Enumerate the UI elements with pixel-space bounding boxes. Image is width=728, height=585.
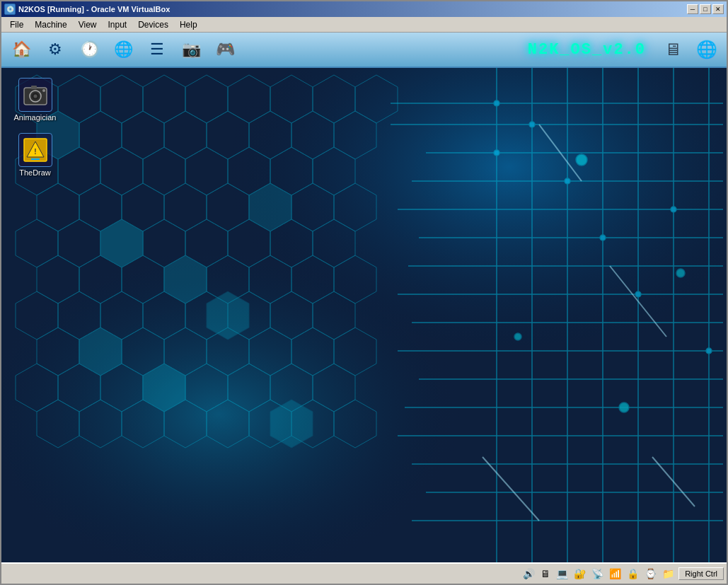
menu-input[interactable]: Input bbox=[103, 18, 133, 31]
tray-icon-3[interactable]: 💻 bbox=[555, 567, 570, 581]
tray-icon-7[interactable]: 🔒 bbox=[625, 567, 640, 581]
animagician-icon[interactable]: Animagician bbox=[8, 75, 62, 124]
menu-view[interactable]: View bbox=[73, 18, 103, 31]
close-button[interactable]: ✕ bbox=[712, 4, 724, 14]
svg-rect-2 bbox=[1, 68, 727, 562]
svg-point-134 bbox=[33, 95, 37, 98]
tray-icon-8[interactable]: ⌚ bbox=[643, 567, 658, 581]
svg-point-34 bbox=[576, 154, 587, 166]
svg-point-33 bbox=[706, 348, 712, 354]
screenshot-button[interactable]: 📷 bbox=[177, 35, 205, 64]
right-ctrl-button[interactable]: Right Ctrl bbox=[678, 567, 724, 580]
globe-button[interactable]: 🌐 bbox=[109, 35, 137, 64]
svg-text:!: ! bbox=[34, 148, 36, 156]
minimize-button[interactable]: ─ bbox=[687, 4, 698, 14]
svg-point-36 bbox=[619, 402, 629, 412]
toolbar: 🏠 ⚙ 🕐 🌐 ☰ 📷 🎮 N2K_OS_v2.0 🖥 🌐 bbox=[1, 33, 727, 68]
titlebar-buttons: ─ □ ✕ bbox=[687, 4, 724, 14]
list-button[interactable]: ☰ bbox=[143, 35, 171, 64]
clock-button[interactable]: 🕐 bbox=[75, 35, 103, 64]
animagician-label: Animagician bbox=[14, 113, 57, 122]
home-button[interactable]: 🏠 bbox=[7, 35, 35, 64]
svg-point-26 bbox=[494, 100, 499, 106]
menubar: File Machine View Input Devices Help bbox=[1, 17, 727, 33]
virtualbox-window: 💿 N2KOS [Running] - Oracle VM VirtualBox… bbox=[0, 0, 728, 585]
taskbar: 🔊 🖥 💻 🔐 📡 📶 🔒 ⌚ 📁 Right Ctrl bbox=[1, 562, 727, 584]
svg-point-32 bbox=[671, 207, 676, 212]
menu-file[interactable]: File bbox=[4, 18, 29, 31]
svg-point-35 bbox=[676, 269, 685, 277]
menu-devices[interactable]: Devices bbox=[132, 18, 174, 31]
desktop: Animagician ! TheDraw bbox=[1, 68, 727, 562]
gamepad-button[interactable]: 🎮 bbox=[211, 35, 239, 64]
svg-point-136 bbox=[42, 89, 45, 92]
menu-machine[interactable]: Machine bbox=[29, 18, 72, 31]
svg-point-28 bbox=[529, 122, 535, 127]
os-title: N2K_OS_v2.0 bbox=[528, 41, 653, 59]
desktop-icon-area: Animagician ! TheDraw bbox=[8, 75, 62, 180]
titlebar: 💿 N2KOS [Running] - Oracle VM VirtualBox… bbox=[1, 1, 727, 17]
circuit-background bbox=[1, 68, 727, 562]
svg-point-27 bbox=[494, 150, 499, 156]
tray-icon-5[interactable]: 📡 bbox=[590, 567, 605, 581]
tray-icon-1[interactable]: 🔊 bbox=[521, 567, 536, 581]
sphere-button[interactable]: 🌐 bbox=[693, 35, 721, 64]
thedraw-label: TheDraw bbox=[19, 168, 51, 177]
svg-point-31 bbox=[635, 291, 641, 297]
animagician-icon-image bbox=[18, 78, 52, 112]
titlebar-title: N2KOS [Running] - Oracle VM VirtualBox bbox=[18, 5, 170, 13]
tray-icon-2[interactable]: 🖥 bbox=[539, 567, 552, 581]
svg-point-30 bbox=[600, 235, 606, 241]
monitor-button[interactable]: 🖥 bbox=[659, 35, 687, 64]
svg-rect-135 bbox=[31, 86, 37, 89]
thedraw-icon-image: ! bbox=[18, 133, 52, 167]
titlebar-app-icon: 💿 bbox=[4, 4, 16, 15]
svg-point-29 bbox=[565, 178, 570, 184]
thedraw-icon[interactable]: ! TheDraw bbox=[8, 130, 62, 180]
tray-icon-6[interactable]: 📶 bbox=[608, 567, 623, 581]
tray-icon-4[interactable]: 🔐 bbox=[572, 567, 587, 581]
restore-button[interactable]: □ bbox=[700, 4, 711, 14]
menu-help[interactable]: Help bbox=[174, 18, 203, 31]
titlebar-left: 💿 N2KOS [Running] - Oracle VM VirtualBox bbox=[4, 4, 170, 15]
settings-button[interactable]: ⚙ bbox=[41, 35, 69, 64]
svg-point-37 bbox=[514, 333, 521, 340]
tray-icon-9[interactable]: 📁 bbox=[661, 567, 676, 581]
system-tray: 🔊 🖥 💻 🔐 📡 📶 🔒 ⌚ 📁 Right Ctrl bbox=[521, 567, 724, 581]
